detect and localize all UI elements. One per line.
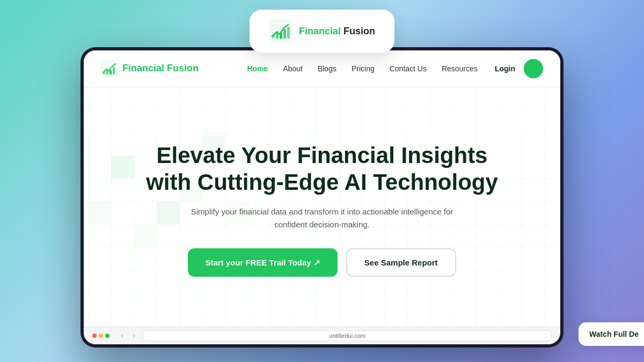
nav-links: Home About Blogs Pricing Contact Us Reso… xyxy=(247,64,478,73)
svg-rect-12 xyxy=(111,156,134,178)
hero-title: Elevate Your Financial Insights with Cut… xyxy=(146,142,498,196)
hero-buttons: Start your FREE Trail Today ↗ See Sample… xyxy=(146,248,498,277)
back-icon[interactable]: ‹ xyxy=(118,331,127,340)
nav-item-pricing[interactable]: Pricing xyxy=(352,64,375,73)
nav-item-contact[interactable]: Contact Us xyxy=(390,64,427,73)
url-bar[interactable]: untitledui.com xyxy=(143,330,552,341)
svg-rect-17 xyxy=(89,201,111,224)
nav-item-home[interactable]: Home xyxy=(247,64,268,73)
hero-content: Elevate Your Financial Insights with Cut… xyxy=(146,142,498,277)
svg-rect-4 xyxy=(283,29,286,39)
navbar: Financial Fusion Home About Blogs Pricin… xyxy=(84,50,560,87)
hero-section: Elevate Your Financial Insights with Cut… xyxy=(84,87,560,327)
svg-rect-3 xyxy=(280,33,282,39)
svg-rect-6 xyxy=(101,60,118,77)
browser-nav: ‹ › xyxy=(118,331,138,340)
close-dot xyxy=(92,334,97,338)
free-trial-button[interactable]: Start your FREE Trail Today ↗ xyxy=(188,248,337,277)
svg-rect-1 xyxy=(272,34,275,39)
watch-demo-card[interactable]: Watch Full De xyxy=(579,322,644,346)
nav-item-about[interactable]: About xyxy=(283,64,303,73)
browser-dots xyxy=(92,334,109,338)
svg-rect-8 xyxy=(106,69,108,75)
nav-item-blogs[interactable]: Blogs xyxy=(318,64,336,73)
svg-rect-10 xyxy=(113,67,115,75)
svg-rect-2 xyxy=(276,31,279,39)
device-screen: Financial Fusion Home About Blogs Pricin… xyxy=(84,50,560,344)
minimize-dot xyxy=(99,334,103,338)
nav-cta-button[interactable] xyxy=(524,59,543,78)
nav-brand-name: Financial Fusion xyxy=(122,63,199,74)
nav-logo-icon xyxy=(101,60,118,77)
svg-rect-9 xyxy=(109,70,112,75)
device-frame: Financial Fusion Home About Blogs Pricin… xyxy=(80,47,564,348)
svg-rect-5 xyxy=(287,27,290,39)
logo-icon xyxy=(269,19,292,43)
logo-text: Financial Fusion xyxy=(299,26,375,37)
maximize-dot xyxy=(105,334,109,338)
hero-subtitle: Simplify your financial data and transfo… xyxy=(182,205,462,231)
logo-card: Financial Fusion xyxy=(250,10,394,53)
nav-logo: Financial Fusion xyxy=(101,60,199,77)
sample-report-button[interactable]: See Sample Report xyxy=(346,248,456,277)
svg-rect-7 xyxy=(103,71,105,75)
browser-bar: ‹ › untitledui.com xyxy=(84,327,560,344)
nav-item-resources[interactable]: Resources xyxy=(442,64,478,73)
login-button[interactable]: Login xyxy=(495,64,515,73)
forward-icon[interactable]: › xyxy=(130,331,138,340)
